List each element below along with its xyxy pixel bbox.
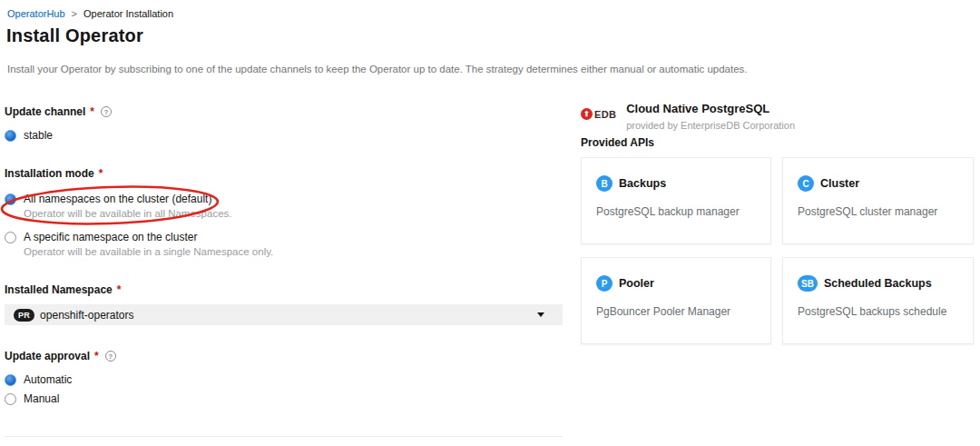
radio-option-manual[interactable]: Manual <box>5 392 563 405</box>
update-channel-section: Update channel* ? stable <box>5 105 563 142</box>
radio-option-specific-namespace[interactable]: A specific namespace on the cluster Oper… <box>5 231 563 257</box>
edb-logo-icon: ⬆ EDB <box>581 108 616 120</box>
operator-header: ⬆ EDB Cloud Native PostgreSQL provided b… <box>581 100 975 131</box>
update-approval-label-text: Update approval <box>5 350 90 362</box>
radio-button-icon[interactable] <box>5 374 16 386</box>
radio-option-automatic[interactable]: Automatic <box>5 373 563 386</box>
red-circle-annotation <box>0 183 226 228</box>
radio-description: Operator will be available in a single N… <box>24 246 563 257</box>
required-asterisk: * <box>94 350 99 362</box>
api-card-header: P Pooler <box>596 275 756 292</box>
provided-apis-label: Provided APIs <box>581 136 975 149</box>
required-asterisk: * <box>99 167 103 180</box>
radio-label: All namespaces on the cluster (default) <box>24 193 211 205</box>
update-approval-label: Update approval* ? <box>5 350 563 362</box>
namespace-select[interactable]: PR openshift-operators <box>5 304 563 325</box>
installation-mode-label-text: Installation mode <box>5 167 94 180</box>
operator-title-block: Cloud Native PostgreSQL provided by Ente… <box>626 100 795 131</box>
edb-logo-mark-icon: ⬆ <box>581 108 593 120</box>
api-card-scheduled-backups[interactable]: SB Scheduled Backups PostgreSQL backups … <box>782 257 974 344</box>
installed-namespace-label-text: Installed Namespace <box>5 283 113 296</box>
api-card-header: B Backups <box>596 175 756 192</box>
radio-button-icon[interactable] <box>5 232 16 243</box>
namespace-select-value: openshift-operators <box>40 309 133 322</box>
api-card-pooler[interactable]: P Pooler PgBouncer Pooler Manager <box>581 257 771 344</box>
operator-provider: provided by EnterpriseDB Corporation <box>626 120 795 131</box>
api-name: Pooler <box>619 277 654 290</box>
breadcrumb-link-operatorhub[interactable]: OperatorHub <box>7 8 65 19</box>
edb-logo-text: EDB <box>594 109 616 120</box>
installation-mode-label: Installation mode* <box>5 167 563 180</box>
operator-summary: ⬆ EDB Cloud Native PostgreSQL provided b… <box>581 100 975 344</box>
breadcrumb-current: Operator Installation <box>83 8 173 19</box>
radio-button-icon[interactable] <box>5 130 16 142</box>
page-title: Install Operator <box>6 25 143 46</box>
radio-label: A specific namespace on the cluster <box>24 231 197 243</box>
radio-label: stable <box>24 129 53 142</box>
api-badge-icon: C <box>798 175 814 192</box>
operator-name: Cloud Native PostgreSQL <box>626 102 795 115</box>
radio-button-icon[interactable] <box>5 193 16 205</box>
api-badge-icon: P <box>596 275 612 292</box>
form-divider <box>5 436 563 437</box>
update-channel-label-text: Update channel <box>5 105 85 118</box>
radio-label: Manual <box>24 392 59 405</box>
api-card-cluster[interactable]: C Cluster PostgreSQL cluster manager <box>782 157 974 244</box>
radio-label: Automatic <box>24 373 72 386</box>
installed-namespace-label: Installed Namespace* <box>5 283 563 296</box>
api-name: Cluster <box>820 177 859 190</box>
api-description: PgBouncer Pooler Manager <box>596 305 756 318</box>
page-description: Install your Operator by subscribing to … <box>7 64 748 74</box>
radio-button-icon[interactable] <box>5 393 16 405</box>
project-badge: PR <box>14 309 34 322</box>
api-badge-icon: B <box>596 175 612 192</box>
installation-mode-section: Installation mode* All namespaces on the… <box>5 167 563 257</box>
api-badge-icon: SB <box>798 275 818 292</box>
required-asterisk: * <box>117 283 122 296</box>
radio-option-stable[interactable]: stable <box>5 129 563 142</box>
radio-description: Operator will be available in all Namesp… <box>24 208 563 219</box>
api-card-header: SB Scheduled Backups <box>798 275 958 292</box>
install-form: Update channel* ? stable Installation mo… <box>5 105 563 446</box>
caret-down-icon <box>537 312 544 317</box>
api-card-backups[interactable]: B Backups PostgreSQL backup manager <box>581 157 771 244</box>
help-icon[interactable]: ? <box>101 106 112 117</box>
breadcrumb-separator-icon: > <box>72 8 77 19</box>
required-asterisk: * <box>90 105 94 118</box>
installed-namespace-section: Installed Namespace* PR openshift-operat… <box>5 283 563 325</box>
api-description: PostgreSQL backups schedule <box>798 305 958 318</box>
radio-option-all-namespaces[interactable]: All namespaces on the cluster (default) … <box>5 193 563 219</box>
api-name: Backups <box>619 177 666 190</box>
help-icon[interactable]: ? <box>105 351 116 362</box>
update-channel-label: Update channel* ? <box>5 105 563 118</box>
provided-apis-grid: B Backups PostgreSQL backup manager C Cl… <box>581 157 975 344</box>
api-card-header: C Cluster <box>798 175 958 192</box>
api-name: Scheduled Backups <box>824 277 932 290</box>
api-description: PostgreSQL backup manager <box>596 205 756 218</box>
breadcrumb: OperatorHub > Operator Installation <box>7 8 173 19</box>
api-description: PostgreSQL cluster manager <box>798 205 958 218</box>
update-approval-section: Update approval* ? Automatic Manual <box>5 350 563 405</box>
